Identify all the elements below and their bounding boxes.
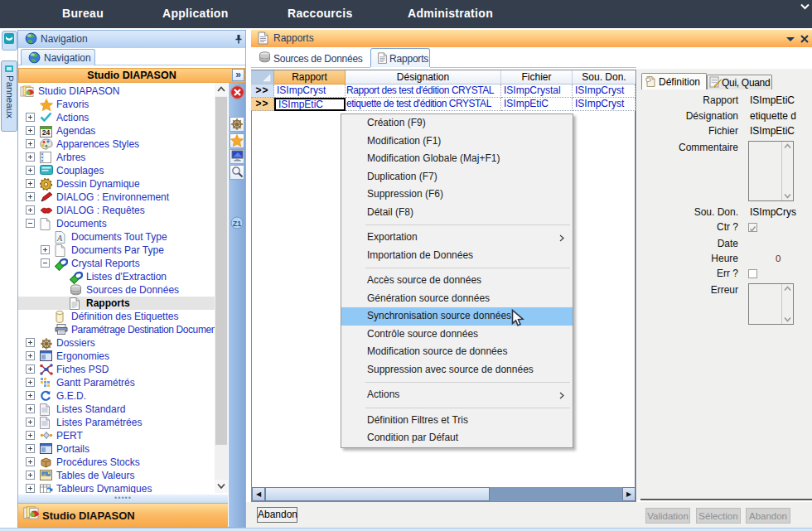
svg-text:Z1: Z1 [233, 220, 242, 228]
svg-text:A: A [56, 233, 63, 242]
svg-text:24: 24 [42, 128, 51, 137]
